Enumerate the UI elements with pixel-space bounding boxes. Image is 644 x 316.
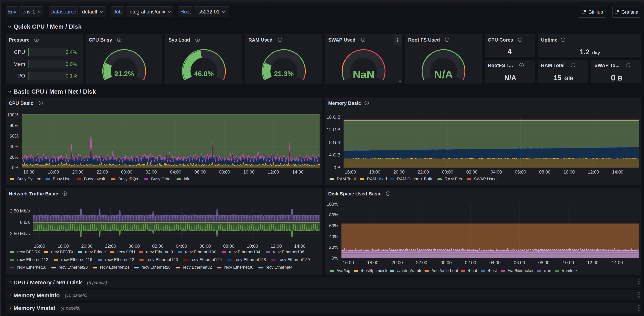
svg-text:80%: 80% (329, 212, 338, 217)
svg-text:recv CPU: recv CPU (118, 250, 135, 254)
svg-text:CPU Basic: CPU Basic (9, 100, 33, 106)
svg-text:46.0%: 46.0% (194, 70, 214, 78)
svg-text:SWAP Used: SWAP Used (328, 37, 356, 42)
svg-text:RAM Total: RAM Total (337, 176, 356, 181)
svg-text:Busy User: Busy User (53, 176, 72, 181)
svg-text:RAM Free: RAM Free (444, 176, 463, 181)
svg-text:Busy Other: Busy Other (151, 176, 172, 181)
svg-text:recv Ethernet128: recv Ethernet128 (234, 257, 266, 262)
svg-text:Busy Iowait: Busy Iowait (84, 176, 105, 181)
svg-text:-2.50 Mb/s: -2.50 Mb/s (8, 231, 30, 236)
svg-text:Uptime: Uptime (541, 37, 558, 42)
svg-text:20:00: 20:00 (393, 170, 404, 174)
svg-text:/run/lock: /run/lock (562, 268, 578, 273)
svg-text:22:00: 22:00 (416, 260, 427, 265)
svg-text:/boot: /boot (468, 268, 477, 273)
svg-text:0 B: 0 B (334, 165, 340, 170)
svg-text:CPU Cores: CPU Cores (488, 37, 513, 42)
svg-text:RAM Used: RAM Used (248, 37, 272, 42)
svg-text:recv Ethernet36: recv Ethernet36 (224, 265, 253, 270)
svg-text:0.0%: 0.0% (66, 62, 77, 67)
svg-text:08:00: 08:00 (539, 170, 550, 174)
svg-text:22:00: 22:00 (418, 170, 429, 174)
svg-text:/var/lib/docker: /var/lib/docker (508, 268, 534, 273)
svg-text:0: 0 (611, 73, 615, 82)
svg-text:18:00: 18:00 (369, 170, 380, 174)
svg-text:20:00: 20:00 (392, 260, 403, 265)
svg-text:04:00: 04:00 (489, 260, 500, 265)
svg-text:recv Ethernet120: recv Ethernet120 (146, 257, 178, 262)
svg-text:recv Ethernet28: recv Ethernet28 (142, 265, 170, 270)
svg-text:08:00: 08:00 (223, 244, 234, 248)
svg-text:B: B (618, 75, 622, 82)
svg-text:02:00: 02:00 (465, 260, 476, 265)
svg-text:80%: 80% (10, 123, 18, 128)
svg-text:16 GiB: 16 GiB (327, 114, 340, 120)
svg-text:CPU: CPU (14, 49, 25, 55)
svg-text:recv Ethernet108: recv Ethernet108 (273, 250, 304, 254)
svg-text:RAM Cache + Buffer: RAM Cache + Buffer (397, 176, 435, 181)
svg-text:/var/log: /var/log (337, 268, 350, 273)
svg-text:10:00: 10:00 (564, 170, 575, 174)
svg-text:02:00: 02:00 (146, 170, 157, 174)
svg-text:Memory Basic: Memory Basic (328, 100, 361, 106)
svg-text:20%: 20% (10, 155, 18, 160)
svg-text:recv Ethernet4: recv Ethernet4 (266, 265, 292, 270)
svg-text:I/O: I/O (18, 73, 25, 79)
svg-text:16:00: 16:00 (23, 170, 34, 174)
svg-text:18:00: 18:00 (367, 260, 378, 265)
svg-text:10:00: 10:00 (243, 170, 254, 174)
svg-text:/var/log/ramfs: /var/log/ramfs (397, 268, 422, 273)
svg-text:20:00: 20:00 (72, 170, 84, 174)
svg-text:100%: 100% (327, 202, 338, 207)
svg-text:day: day (592, 50, 600, 55)
svg-text:40%: 40% (10, 144, 18, 149)
svg-text:14:00: 14:00 (294, 244, 305, 248)
svg-text:N/A: N/A (504, 74, 516, 82)
svg-text:18:00: 18:00 (58, 244, 69, 248)
svg-text:08:00: 08:00 (219, 170, 230, 174)
svg-text:recv Ethernet0: recv Ethernet0 (146, 250, 173, 254)
svg-text:SWAP Used: SWAP Used (474, 176, 497, 181)
svg-text:20:00: 20:00 (81, 244, 92, 248)
svg-text:CPU Busy: CPU Busy (89, 37, 112, 42)
svg-text:22:00: 22:00 (105, 244, 116, 248)
svg-text:60%: 60% (10, 134, 18, 138)
svg-text:06:00: 06:00 (515, 170, 526, 174)
svg-text:00:00: 00:00 (440, 260, 452, 265)
svg-text:21.2%: 21.2% (114, 70, 134, 78)
svg-text:04:00: 04:00 (170, 170, 181, 174)
svg-text:RAM Used: RAM Used (367, 176, 387, 181)
svg-text:recv Ethernet100: recv Ethernet100 (185, 250, 216, 254)
svg-text:1.2: 1.2 (580, 48, 589, 56)
svg-text:00:00: 00:00 (121, 170, 132, 174)
svg-text:Root FS Used: Root FS Used (408, 37, 440, 42)
svg-text:Network Traffic Basic: Network Traffic Basic (9, 191, 58, 196)
svg-text:4 GiB: 4 GiB (329, 152, 340, 158)
svg-text:GiB: GiB (564, 76, 574, 81)
svg-text:12:00: 12:00 (588, 170, 599, 174)
svg-text:Pressure: Pressure (9, 37, 30, 42)
svg-text:00:00: 00:00 (442, 170, 453, 174)
svg-text:N/A: N/A (434, 68, 453, 80)
svg-text:0 b/s: 0 b/s (20, 220, 30, 225)
svg-text:00:00: 00:00 (128, 244, 140, 248)
svg-text:02:00: 02:00 (152, 244, 164, 248)
svg-text:20%: 20% (329, 245, 338, 250)
svg-text:recv Bridge: recv Bridge (85, 250, 106, 254)
svg-text:recv Ethernet104: recv Ethernet104 (229, 250, 260, 254)
svg-text:RAM Total: RAM Total (541, 63, 564, 68)
svg-text:12:00: 12:00 (587, 260, 598, 265)
svg-text:recv Ethernet116: recv Ethernet116 (61, 257, 92, 262)
svg-text:02:00: 02:00 (466, 170, 478, 174)
svg-text:recv BFDTX: recv BFDTX (51, 250, 74, 254)
svg-text:14:00: 14:00 (612, 260, 623, 265)
svg-text:04:00: 04:00 (490, 170, 502, 174)
svg-text:16:00: 16:00 (34, 244, 45, 248)
svg-text:recv Ethernet129: recv Ethernet129 (278, 257, 310, 262)
svg-text:0%: 0% (12, 165, 18, 170)
svg-text:recv Ethernet124: recv Ethernet124 (190, 257, 222, 262)
svg-text:SWAP To...: SWAP To... (594, 63, 620, 68)
svg-text:recv Ethernet20: recv Ethernet20 (58, 265, 88, 270)
svg-text:40%: 40% (329, 234, 338, 239)
